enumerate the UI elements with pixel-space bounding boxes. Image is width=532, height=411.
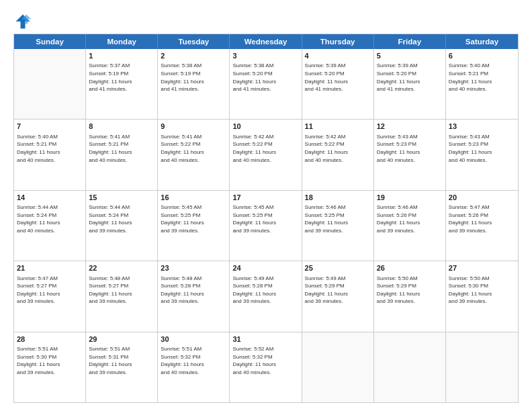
logo-icon: [13, 12, 32, 31]
logo: [13, 12, 35, 31]
calendar-cell: 11Sunrise: 5:42 AM Sunset: 5:22 PM Dayli…: [302, 120, 374, 189]
cell-info: Sunrise: 5:50 AM Sunset: 5:30 PM Dayligh…: [449, 275, 515, 306]
day-number: 15: [89, 193, 154, 203]
calendar-cell: 5Sunrise: 5:39 AM Sunset: 5:20 PM Daylig…: [374, 49, 446, 119]
calendar: SundayMondayTuesdayWednesdayThursdayFrid…: [13, 34, 519, 403]
day-number: 7: [17, 122, 83, 132]
calendar-cell: 30Sunrise: 5:51 AM Sunset: 5:32 PM Dayli…: [158, 332, 230, 402]
day-number: 13: [449, 122, 515, 132]
calendar-cell: 28Sunrise: 5:51 AM Sunset: 5:30 PM Dayli…: [14, 332, 86, 402]
cell-info: Sunrise: 5:50 AM Sunset: 5:29 PM Dayligh…: [377, 275, 443, 306]
calendar-cell: 29Sunrise: 5:51 AM Sunset: 5:31 PM Dayli…: [86, 332, 158, 402]
day-number: 10: [232, 122, 298, 132]
cell-info: Sunrise: 5:49 AM Sunset: 5:28 PM Dayligh…: [232, 275, 298, 306]
cell-info: Sunrise: 5:42 AM Sunset: 5:22 PM Dayligh…: [232, 133, 298, 164]
calendar-cell: 17Sunrise: 5:45 AM Sunset: 5:25 PM Dayli…: [230, 191, 302, 261]
day-number: 17: [232, 193, 298, 203]
calendar-row-2: 14Sunrise: 5:44 AM Sunset: 5:24 PM Dayli…: [14, 191, 518, 261]
day-number: 19: [377, 193, 443, 203]
calendar-cell: 27Sunrise: 5:50 AM Sunset: 5:30 PM Dayli…: [446, 261, 518, 331]
calendar-cell: 22Sunrise: 5:48 AM Sunset: 5:27 PM Dayli…: [86, 261, 158, 331]
cell-info: Sunrise: 5:47 AM Sunset: 5:27 PM Dayligh…: [17, 275, 83, 306]
calendar-cell: 21Sunrise: 5:47 AM Sunset: 5:27 PM Dayli…: [14, 261, 86, 331]
day-number: 6: [449, 51, 515, 61]
cell-info: Sunrise: 5:41 AM Sunset: 5:22 PM Dayligh…: [161, 133, 226, 164]
calendar-cell: [14, 49, 86, 119]
header-cell-wednesday: Wednesday: [230, 34, 302, 49]
calendar-cell: 16Sunrise: 5:45 AM Sunset: 5:25 PM Dayli…: [158, 191, 230, 261]
calendar-row-3: 21Sunrise: 5:47 AM Sunset: 5:27 PM Dayli…: [14, 261, 518, 332]
day-number: 28: [17, 334, 83, 345]
day-number: 8: [89, 122, 154, 132]
calendar-cell: 20Sunrise: 5:47 AM Sunset: 5:26 PM Dayli…: [446, 191, 518, 261]
cell-info: Sunrise: 5:41 AM Sunset: 5:21 PM Dayligh…: [89, 133, 154, 164]
day-number: 20: [449, 193, 515, 203]
calendar-row-4: 28Sunrise: 5:51 AM Sunset: 5:30 PM Dayli…: [14, 332, 518, 402]
day-number: 1: [89, 51, 154, 61]
calendar-cell: 12Sunrise: 5:43 AM Sunset: 5:23 PM Dayli…: [374, 120, 446, 189]
calendar-cell: 13Sunrise: 5:43 AM Sunset: 5:23 PM Dayli…: [446, 120, 518, 189]
day-number: 2: [161, 51, 226, 61]
day-number: 21: [17, 263, 83, 273]
calendar-cell: 4Sunrise: 5:39 AM Sunset: 5:20 PM Daylig…: [302, 49, 374, 119]
page-header: [13, 12, 519, 31]
cell-info: Sunrise: 5:51 AM Sunset: 5:31 PM Dayligh…: [89, 345, 154, 376]
calendar-cell: 2Sunrise: 5:38 AM Sunset: 5:19 PM Daylig…: [158, 49, 230, 119]
day-number: 18: [305, 193, 371, 203]
calendar-cell: 31Sunrise: 5:52 AM Sunset: 5:32 PM Dayli…: [230, 332, 302, 402]
cell-info: Sunrise: 5:48 AM Sunset: 5:27 PM Dayligh…: [89, 275, 154, 306]
cell-info: Sunrise: 5:42 AM Sunset: 5:22 PM Dayligh…: [305, 133, 371, 164]
cell-info: Sunrise: 5:44 AM Sunset: 5:24 PM Dayligh…: [17, 203, 83, 234]
day-number: 30: [161, 334, 226, 345]
header-cell-friday: Friday: [374, 34, 446, 49]
cell-info: Sunrise: 5:44 AM Sunset: 5:24 PM Dayligh…: [89, 203, 154, 234]
cell-info: Sunrise: 5:51 AM Sunset: 5:32 PM Dayligh…: [161, 345, 226, 376]
calendar-cell: [374, 332, 446, 402]
calendar-body: 1Sunrise: 5:37 AM Sunset: 5:19 PM Daylig…: [14, 49, 518, 402]
cell-info: Sunrise: 5:43 AM Sunset: 5:23 PM Dayligh…: [449, 133, 515, 164]
day-number: 16: [161, 193, 226, 203]
day-number: 25: [305, 263, 371, 273]
calendar-cell: 7Sunrise: 5:40 AM Sunset: 5:21 PM Daylig…: [14, 120, 86, 189]
cell-info: Sunrise: 5:47 AM Sunset: 5:26 PM Dayligh…: [449, 203, 515, 234]
day-number: 31: [232, 334, 298, 345]
calendar-cell: 3Sunrise: 5:38 AM Sunset: 5:20 PM Daylig…: [230, 49, 302, 119]
header-cell-saturday: Saturday: [446, 34, 518, 49]
cell-info: Sunrise: 5:51 AM Sunset: 5:30 PM Dayligh…: [17, 345, 83, 376]
header-cell-tuesday: Tuesday: [158, 34, 230, 49]
day-number: 29: [89, 334, 154, 345]
calendar-row-1: 7Sunrise: 5:40 AM Sunset: 5:21 PM Daylig…: [14, 120, 518, 190]
cell-info: Sunrise: 5:45 AM Sunset: 5:25 PM Dayligh…: [161, 203, 226, 234]
cell-info: Sunrise: 5:37 AM Sunset: 5:19 PM Dayligh…: [89, 62, 154, 93]
cell-info: Sunrise: 5:43 AM Sunset: 5:23 PM Dayligh…: [377, 133, 443, 164]
calendar-cell: 26Sunrise: 5:50 AM Sunset: 5:29 PM Dayli…: [374, 261, 446, 331]
calendar-header: SundayMondayTuesdayWednesdayThursdayFrid…: [14, 34, 518, 49]
day-number: 3: [232, 51, 298, 61]
header-cell-monday: Monday: [86, 34, 158, 49]
calendar-cell: [302, 332, 374, 402]
calendar-cell: 14Sunrise: 5:44 AM Sunset: 5:24 PM Dayli…: [14, 191, 86, 261]
cell-info: Sunrise: 5:45 AM Sunset: 5:25 PM Dayligh…: [232, 203, 298, 234]
cell-info: Sunrise: 5:46 AM Sunset: 5:25 PM Dayligh…: [305, 203, 371, 234]
day-number: 26: [377, 263, 443, 273]
calendar-cell: 18Sunrise: 5:46 AM Sunset: 5:25 PM Dayli…: [302, 191, 374, 261]
cell-info: Sunrise: 5:39 AM Sunset: 5:20 PM Dayligh…: [377, 62, 443, 93]
cell-info: Sunrise: 5:48 AM Sunset: 5:28 PM Dayligh…: [161, 275, 226, 306]
day-number: 24: [232, 263, 298, 273]
calendar-cell: 19Sunrise: 5:46 AM Sunset: 5:26 PM Dayli…: [374, 191, 446, 261]
calendar-cell: 8Sunrise: 5:41 AM Sunset: 5:21 PM Daylig…: [86, 120, 158, 189]
calendar-cell: 6Sunrise: 5:40 AM Sunset: 5:21 PM Daylig…: [446, 49, 518, 119]
day-number: 27: [449, 263, 515, 273]
cell-info: Sunrise: 5:46 AM Sunset: 5:26 PM Dayligh…: [377, 203, 443, 234]
page: SundayMondayTuesdayWednesdayThursdayFrid…: [0, 0, 532, 411]
day-number: 11: [305, 122, 371, 132]
calendar-cell: [446, 332, 518, 402]
cell-info: Sunrise: 5:52 AM Sunset: 5:32 PM Dayligh…: [232, 345, 298, 376]
cell-info: Sunrise: 5:40 AM Sunset: 5:21 PM Dayligh…: [449, 62, 515, 93]
day-number: 22: [89, 263, 154, 273]
day-number: 9: [161, 122, 226, 132]
calendar-cell: 9Sunrise: 5:41 AM Sunset: 5:22 PM Daylig…: [158, 120, 230, 189]
day-number: 12: [377, 122, 443, 132]
cell-info: Sunrise: 5:40 AM Sunset: 5:21 PM Dayligh…: [17, 133, 83, 164]
day-number: 4: [305, 51, 371, 61]
